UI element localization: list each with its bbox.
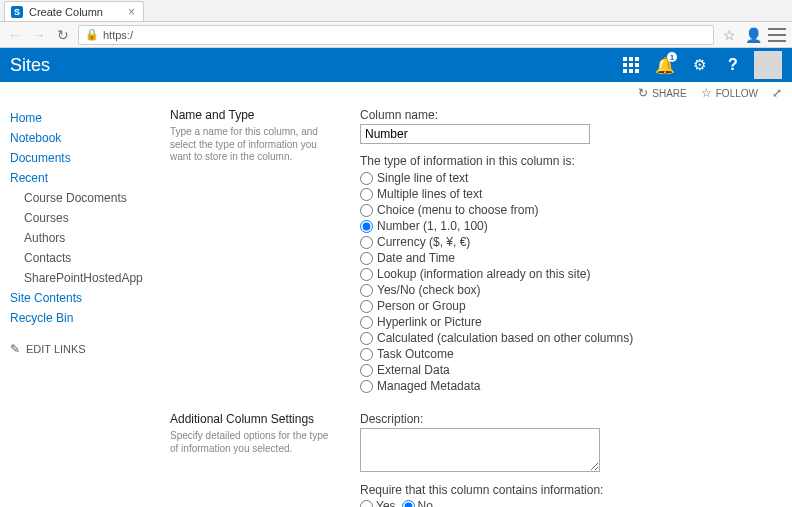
app-launcher-icon: [623, 57, 639, 73]
column-type-radio[interactable]: [360, 236, 373, 249]
column-type-label: The type of information in this column i…: [360, 154, 782, 168]
nav-sublink[interactable]: Contacts: [10, 248, 160, 268]
nav-sublink[interactable]: SharePointHostedApp: [10, 268, 160, 288]
column-type-label: Date and Time: [377, 251, 455, 265]
url-text: https:/: [103, 29, 133, 41]
column-type-option[interactable]: Person or Group: [360, 298, 782, 314]
section-additional-settings: Additional Column Settings Specify detai…: [170, 412, 782, 507]
section-name-type: Name and Type Type a name for this colum…: [170, 108, 782, 394]
column-type-radio[interactable]: [360, 316, 373, 329]
nav-link[interactable]: Site Contents: [10, 288, 160, 308]
column-type-label: Multiple lines of text: [377, 187, 482, 201]
nav-sublink[interactable]: Course Docoments: [10, 188, 160, 208]
nav-sublink[interactable]: Authors: [10, 228, 160, 248]
column-type-label: Person or Group: [377, 299, 466, 313]
focus-icon: ⤢: [772, 86, 782, 100]
url-input[interactable]: 🔒 https:/: [78, 25, 714, 45]
column-type-option[interactable]: Task Outcome: [360, 346, 782, 362]
column-type-option[interactable]: Date and Time: [360, 250, 782, 266]
column-type-label: Yes/No (check box): [377, 283, 481, 297]
column-type-label: Single line of text: [377, 171, 468, 185]
left-navigation: HomeNotebookDocumentsRecent Course Docom…: [10, 108, 160, 507]
require-yes-radio[interactable]: [360, 500, 373, 508]
column-type-label: Choice (menu to choose from): [377, 203, 538, 217]
forward-button[interactable]: →: [30, 26, 48, 44]
column-type-radio[interactable]: [360, 220, 373, 233]
require-yes-label: Yes: [376, 499, 396, 507]
column-type-radio[interactable]: [360, 332, 373, 345]
column-type-label: Lookup (information already on this site…: [377, 267, 590, 281]
section-title: Name and Type: [170, 108, 330, 122]
column-type-option[interactable]: Managed Metadata: [360, 378, 782, 394]
column-type-option[interactable]: Multiple lines of text: [360, 186, 782, 202]
nav-link[interactable]: Home: [10, 108, 160, 128]
column-type-radio[interactable]: [360, 364, 373, 377]
description-label: Description:: [360, 412, 782, 426]
settings-button[interactable]: ⚙: [682, 48, 716, 82]
require-no-label: No: [418, 499, 433, 507]
column-type-radio[interactable]: [360, 172, 373, 185]
browser-tab[interactable]: S Create Column ×: [4, 1, 144, 21]
column-type-option[interactable]: Currency ($, ¥, €): [360, 234, 782, 250]
column-type-radio[interactable]: [360, 188, 373, 201]
column-type-option[interactable]: Single line of text: [360, 170, 782, 186]
notifications-button[interactable]: 🔔 1: [648, 48, 682, 82]
share-button[interactable]: ↻ SHARE: [638, 86, 686, 100]
require-yes-option[interactable]: Yes: [360, 499, 396, 507]
column-type-option[interactable]: Calculated (calculation based on other c…: [360, 330, 782, 346]
section-description: Type a name for this column, and select …: [170, 126, 330, 164]
gear-icon: ⚙: [693, 56, 706, 74]
column-type-radio[interactable]: [360, 268, 373, 281]
edit-links-label: EDIT LINKS: [26, 343, 86, 355]
column-type-option[interactable]: Number (1, 1.0, 100): [360, 218, 782, 234]
follow-button[interactable]: ☆ FOLLOW: [701, 86, 758, 100]
column-type-option[interactable]: Hyperlink or Picture: [360, 314, 782, 330]
column-type-radio[interactable]: [360, 252, 373, 265]
column-type-option[interactable]: Choice (menu to choose from): [360, 202, 782, 218]
column-type-label: Currency ($, ¥, €): [377, 235, 470, 249]
column-type-option[interactable]: External Data: [360, 362, 782, 378]
section-description: Specify detailed options for the type of…: [170, 430, 330, 455]
back-button[interactable]: ←: [6, 26, 24, 44]
close-tab-icon[interactable]: ×: [128, 6, 135, 18]
nav-link[interactable]: Notebook: [10, 128, 160, 148]
require-radio-group: Yes No: [360, 499, 782, 507]
focus-mode-button[interactable]: ⤢: [772, 86, 782, 100]
column-name-input[interactable]: [360, 124, 590, 144]
column-type-radio[interactable]: [360, 348, 373, 361]
tab-favicon: S: [11, 6, 23, 18]
reload-button[interactable]: ↻: [54, 26, 72, 44]
chrome-menu-icon[interactable]: [768, 28, 786, 42]
column-type-option[interactable]: Yes/No (check box): [360, 282, 782, 298]
content-region: Name and Type Type a name for this colum…: [170, 108, 782, 507]
column-type-label: Number (1, 1.0, 100): [377, 219, 488, 233]
column-type-label: Task Outcome: [377, 347, 454, 361]
bookmark-icon[interactable]: ☆: [720, 26, 738, 44]
edit-links-button[interactable]: ✎ EDIT LINKS: [10, 342, 160, 356]
require-no-option[interactable]: No: [402, 499, 433, 507]
nav-link[interactable]: Documents: [10, 148, 160, 168]
column-type-radio[interactable]: [360, 380, 373, 393]
description-textarea[interactable]: [360, 428, 600, 472]
nav-link[interactable]: Recycle Bin: [10, 308, 160, 328]
column-type-radio[interactable]: [360, 284, 373, 297]
help-button[interactable]: ?: [716, 48, 750, 82]
column-type-radio[interactable]: [360, 300, 373, 313]
app-launcher-button[interactable]: [614, 48, 648, 82]
column-name-label: Column name:: [360, 108, 782, 122]
user-avatar[interactable]: [754, 51, 782, 79]
share-icon: ↻: [638, 86, 648, 100]
user-icon[interactable]: 👤: [744, 26, 762, 44]
column-type-radio[interactable]: [360, 204, 373, 217]
column-type-label: External Data: [377, 363, 450, 377]
main-region: HomeNotebookDocumentsRecent Course Docom…: [0, 104, 792, 507]
require-no-radio[interactable]: [402, 500, 415, 508]
column-type-option[interactable]: Lookup (information already on this site…: [360, 266, 782, 282]
nav-link[interactable]: Recent: [10, 168, 160, 188]
share-label: SHARE: [652, 88, 686, 99]
browser-address-bar: ← → ↻ 🔒 https:/ ☆ 👤: [0, 22, 792, 48]
lock-icon: 🔒: [85, 28, 99, 41]
nav-sublink[interactable]: Courses: [10, 208, 160, 228]
browser-tab-strip: S Create Column ×: [0, 0, 792, 22]
section-title: Additional Column Settings: [170, 412, 330, 426]
